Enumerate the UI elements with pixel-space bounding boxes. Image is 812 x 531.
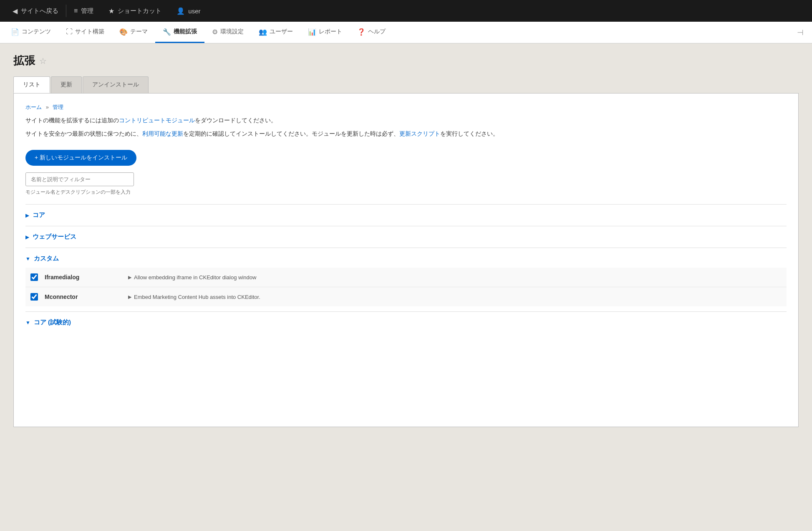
nav-users[interactable]: 👥 ユーザー [251,22,300,43]
config-icon: ⚙ [212,28,218,36]
reports-icon: 📊 [308,28,316,36]
section-web-services-toggle-icon: ▶ [25,234,29,240]
section-core-toggle-icon: ▶ [25,212,29,218]
filter-input[interactable] [25,172,134,186]
collapse-nav-button[interactable]: ⊣ [792,28,809,37]
section-core-experimental-header[interactable]: ▼ コア (試験的) [25,317,787,328]
page-wrapper: 拡張 ☆ リスト 更新 アンインストール ホーム » 管理 サイトの機能を拡張す… [0,43,812,427]
module-row-iframedialog: Iframedialog ▶ Allow embedding iframe in… [25,268,787,287]
tab-list[interactable]: リスト [13,76,50,93]
users-icon: 👥 [259,28,267,36]
section-web-services: ▶ ウェブサービス [25,226,787,248]
breadcrumb-separator: » [46,104,49,110]
info-paragraph-2: サイトを安全かつ最新の状態に保つために、利用可能な更新を定期的に確認してインスト… [25,129,787,139]
module-desc-arrow-iframedialog: ▶ [128,275,131,280]
section-core-experimental-toggle-icon: ▼ [25,320,30,326]
available-updates-link[interactable]: 利用可能な更新 [142,131,183,137]
section-custom-header[interactable]: ▼ カスタム [25,253,787,264]
module-name-iframedialog: Iframedialog [45,274,128,281]
breadcrumb-admin-link[interactable]: 管理 [53,104,63,110]
help-icon: ❓ [357,28,366,36]
nav-reports[interactable]: 📊 レポート [300,22,350,43]
top-navigation: ◀ サイトへ戻る ≡ 管理 ★ ショートカット 👤 user [0,0,812,22]
page-title-row: 拡張 ☆ [13,53,799,68]
section-core-experimental-title: コア (試験的) [34,319,71,326]
nav-extensions[interactable]: 🔧 機能拡張 [155,22,204,43]
custom-module-list: Iframedialog ▶ Allow embedding iframe in… [25,268,787,306]
back-icon: ◀ [13,7,18,15]
section-web-services-header[interactable]: ▶ ウェブサービス [25,231,787,243]
tabs-row: リスト 更新 アンインストール [13,76,799,93]
section-core-experimental: ▼ コア (試験的) [25,311,787,333]
install-module-button[interactable]: + 新しいモジュールをインストール [25,150,136,166]
main-content: ホーム » 管理 サイトの機能を拡張するには追加のコントリビュートモジュールをダ… [13,93,799,427]
module-checkbox-iframedialog[interactable] [30,273,38,281]
extensions-icon: 🔧 [163,28,171,36]
shortcut-nav-item[interactable]: ★ ショートカット [101,0,169,22]
favorite-star-icon[interactable]: ☆ [39,56,47,66]
nav-config[interactable]: ⚙ 環境設定 [204,22,251,43]
theme-icon: 🎨 [119,28,128,36]
nav-theme[interactable]: 🎨 テーマ [112,22,155,43]
module-row-mconnector: Mconnector ▶ Embed Marketing Content Hub… [25,287,787,306]
info-paragraph-1: サイトの機能を拡張するには追加のコントリビュートモジュールをダウンロードしてくだ… [25,116,787,125]
page-title: 拡張 [13,53,35,68]
section-web-services-title: ウェブサービス [33,233,76,241]
admin-nav-item[interactable]: ≡ 管理 [66,0,101,22]
tab-update[interactable]: 更新 [51,76,82,93]
menu-icon: ≡ [74,7,78,15]
section-custom-title: カスタム [34,255,59,263]
section-custom-toggle-icon: ▼ [25,256,30,262]
user-icon: 👤 [177,7,185,15]
section-core: ▶ コア [25,204,787,226]
update-script-link[interactable]: 更新スクリプト [399,131,440,137]
section-custom: ▼ カスタム Iframedialog ▶ Allow embedding if… [25,248,787,311]
filter-hint: モジュール名とデスクリプションの一部を入力 [25,189,787,196]
breadcrumb-home-link[interactable]: ホーム [25,104,42,110]
structure-icon: ⛶ [66,28,73,35]
breadcrumb: ホーム » 管理 [25,104,787,111]
section-core-header[interactable]: ▶ コア [25,210,787,221]
nav-structure[interactable]: ⛶ サイト構築 [58,22,112,43]
user-nav-item[interactable]: 👤 user [169,0,208,22]
nav-content[interactable]: 📄 コンテンツ [3,22,58,43]
back-to-site-button[interactable]: ◀ サイトへ戻る [5,0,66,22]
module-name-mconnector: Mconnector [45,293,128,300]
module-desc-mconnector: ▶ Embed Marketing Content Hub assets int… [128,294,260,300]
section-core-title: コア [33,211,45,219]
module-checkbox-mconnector[interactable] [30,293,38,301]
tab-uninstall[interactable]: アンインストール [83,76,149,93]
contrib-modules-link[interactable]: コントリビュートモジュール [119,117,195,124]
content-icon: 📄 [11,28,19,36]
module-desc-arrow-mconnector: ▶ [128,294,131,300]
module-desc-iframedialog: ▶ Allow embedding iframe in CKEditor dia… [128,274,256,281]
star-nav-icon: ★ [108,7,114,15]
nav-help[interactable]: ❓ ヘルプ [350,22,393,43]
secondary-navigation: 📄 コンテンツ ⛶ サイト構築 🎨 テーマ 🔧 機能拡張 ⚙ 環境設定 👥 ユー… [0,22,812,43]
